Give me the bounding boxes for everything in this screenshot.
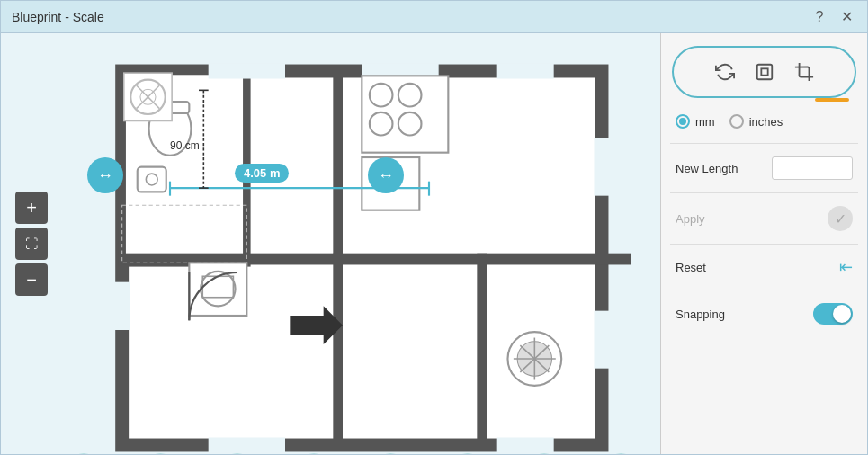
left-handle[interactable]: ↔ (87, 157, 123, 193)
apply-check-icon: ✓ (835, 210, 846, 228)
window-title: Blueprint - Scale (12, 10, 104, 24)
tools-row (672, 46, 856, 98)
divider-3 (670, 244, 858, 245)
svg-rect-48 (756, 65, 772, 80)
divider-2 (670, 192, 858, 193)
reset-label: Reset (676, 261, 706, 274)
floorplan-svg: DW (55, 42, 631, 454)
inches-radio[interactable] (729, 114, 744, 129)
horizontal-measurement: 4.05 m (235, 164, 289, 183)
units-row: mm inches (670, 111, 858, 132)
titlebar: Blueprint - Scale ? ✕ (1, 1, 867, 33)
svg-rect-4 (333, 254, 343, 445)
inches-option[interactable]: inches (729, 114, 783, 129)
svg-rect-8 (497, 63, 554, 78)
left-arrow-icon: ↔ (97, 166, 113, 185)
blueprint-scale-window: Blueprint - Scale ? ✕ + ⛶ − (0, 0, 868, 455)
snapping-toggle[interactable] (813, 303, 853, 325)
active-tool-indicator (815, 98, 849, 102)
crop-tool-button[interactable] (787, 55, 821, 89)
right-handle[interactable]: ↔ (368, 157, 404, 193)
svg-rect-12 (594, 311, 609, 369)
inches-label: inches (749, 115, 783, 129)
new-length-label: New Length (676, 162, 738, 175)
svg-rect-13 (114, 282, 130, 330)
fit-button[interactable]: ⛶ (15, 228, 48, 260)
zoom-controls: + ⛶ − (15, 192, 48, 296)
new-length-row: New Length (670, 155, 858, 182)
vertical-measurement: 90 cm (170, 139, 200, 152)
mm-option[interactable]: mm (676, 114, 715, 129)
reset-row: Reset ⇤ (670, 255, 858, 279)
svg-rect-16 (138, 167, 166, 192)
svg-rect-49 (761, 68, 767, 75)
svg-rect-2 (333, 71, 343, 263)
title-buttons: ? ✕ (810, 7, 856, 27)
main-content: + ⛶ − (1, 33, 867, 454)
rotate-tool-button[interactable] (708, 55, 742, 89)
reset-icon[interactable]: ⇤ (839, 257, 853, 277)
apply-row: Apply ✓ (670, 204, 858, 233)
divider-4 (670, 290, 858, 290)
close-button[interactable]: ✕ (837, 7, 856, 27)
scale-tool-button[interactable] (747, 55, 782, 89)
svg-rect-5 (477, 254, 487, 445)
new-length-input[interactable] (772, 156, 853, 180)
sidebar: mm inches New Length Apply ✓ (660, 33, 867, 454)
help-button[interactable]: ? (810, 7, 829, 27)
svg-rect-10 (497, 437, 554, 452)
apply-label: Apply (676, 212, 705, 226)
apply-button[interactable]: ✓ (828, 206, 853, 231)
svg-rect-6 (209, 63, 285, 78)
toggle-knob (833, 305, 851, 323)
snapping-row: Snapping (670, 301, 858, 326)
zoom-in-button[interactable]: + (15, 192, 48, 224)
mm-radio[interactable] (676, 114, 690, 129)
svg-rect-9 (209, 437, 285, 452)
right-arrow-icon: ↔ (378, 166, 394, 185)
divider-1 (670, 143, 858, 144)
snapping-label: Snapping (676, 308, 725, 321)
zoom-out-button[interactable]: − (15, 263, 48, 296)
mm-label: mm (695, 115, 715, 129)
canvas-area[interactable]: + ⛶ − (1, 33, 660, 454)
svg-rect-11 (594, 138, 609, 196)
